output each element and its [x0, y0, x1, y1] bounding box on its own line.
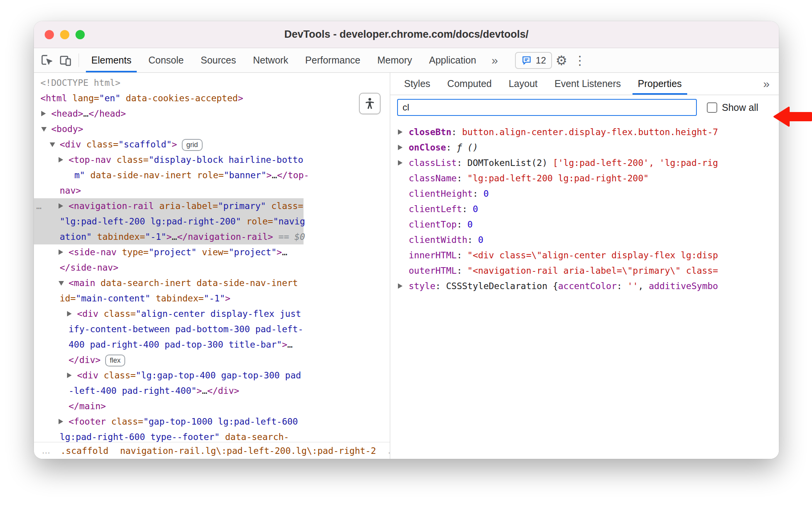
collapse-arrow-icon[interactable]: [59, 281, 64, 286]
tab-elements[interactable]: Elements: [83, 48, 140, 72]
properties-filter-input[interactable]: [397, 99, 697, 116]
tree-line[interactable]: <div class="align-center display-flex ju…: [34, 306, 390, 321]
breadcrumb-item[interactable]: navigation-rail.lg\:pad-left-200.lg\:pad…: [120, 446, 376, 456]
window-titlebar[interactable]: DevTools - developer.chrome.com/docs/dev…: [34, 21, 779, 48]
device-toolbar-button[interactable]: [56, 48, 75, 72]
inspect-element-button[interactable]: [38, 48, 56, 72]
property-name: clientTop: [409, 219, 457, 229]
property-row[interactable]: clientWidth: 0: [390, 232, 779, 248]
tab-event-listeners[interactable]: Event Listeners: [546, 73, 629, 95]
expand-arrow-icon[interactable]: [67, 373, 72, 378]
annotation-red-arrow: [773, 105, 812, 128]
property-name: outerHTML: [409, 266, 457, 276]
property-name: clientWidth: [409, 235, 467, 245]
devtools-content: <!DOCTYPE html><html lang="en" data-cook…: [34, 73, 779, 459]
tree-line[interactable]: <side-nav type="project" view="project">…: [34, 244, 390, 260]
tree-line[interactable]: <footer class="gap-top-1000 lg:pad-left-…: [34, 414, 390, 429]
tree-line[interactable]: nav>: [34, 183, 390, 198]
properties-filter-row: Show all: [390, 95, 779, 120]
expand-arrow-icon[interactable]: [398, 145, 403, 150]
tree-line[interactable]: <div class="scaffold">grid: [34, 137, 390, 152]
tree-line[interactable]: lg:pad-right-600 type--footer" data-sear…: [34, 429, 390, 442]
breadcrumb-item[interactable]: .scaffold: [60, 446, 109, 456]
property-row[interactable]: outerHTML: "<navigation-rail aria-label=…: [390, 263, 779, 278]
tree-line[interactable]: <head>…</head>: [34, 106, 390, 121]
close-window-button[interactable]: [45, 30, 54, 39]
node-overflow-menu-icon[interactable]: …: [36, 198, 42, 214]
tree-line[interactable]: <body>: [34, 121, 390, 137]
inspect-cursor-icon: [40, 54, 54, 67]
expand-arrow-icon[interactable]: [398, 160, 403, 166]
tree-line[interactable]: 400 pad-right-400 pad-top-300 title-bar"…: [34, 337, 390, 352]
expand-arrow-icon[interactable]: [67, 311, 72, 316]
traffic-lights: [45, 21, 85, 48]
settings-button[interactable]: ⚙: [552, 48, 570, 72]
tab-sources[interactable]: Sources: [192, 48, 245, 72]
toolbar-divider: [79, 54, 79, 67]
expand-arrow-icon[interactable]: [398, 283, 403, 289]
devtools-toolbar: ElementsConsoleSourcesNetworkPerformance…: [34, 48, 779, 73]
tree-line[interactable]: <top-nav class="display-block hairline-b…: [34, 152, 390, 167]
kebab-icon: ⋮: [574, 53, 586, 68]
zoom-window-button[interactable]: [75, 30, 85, 39]
tree-line-selected[interactable]: "lg:pad-left-200 lg:pad-right-200" role=…: [34, 214, 390, 229]
tree-line[interactable]: id="main-content" tabindex="-1">: [34, 291, 390, 306]
tab-computed[interactable]: Computed: [439, 73, 500, 95]
expand-arrow-icon[interactable]: [59, 249, 63, 255]
tree-line[interactable]: <main data-search-inert data-side-nav-in…: [34, 275, 390, 291]
expand-arrow-icon[interactable]: [41, 111, 46, 116]
property-row[interactable]: className: "lg:pad-left-200 lg:pad-right…: [390, 171, 779, 186]
expand-arrow-icon[interactable]: [59, 203, 63, 209]
tree-line[interactable]: <!DOCTYPE html>: [34, 75, 390, 90]
tree-line[interactable]: </div>flex: [34, 352, 390, 368]
property-row[interactable]: onClose: ƒ (): [390, 140, 779, 155]
expand-arrow-icon[interactable]: [398, 129, 403, 135]
more-panels-button[interactable]: »: [485, 48, 505, 72]
issues-bubble-icon: [521, 55, 532, 66]
minimize-window-button[interactable]: [60, 30, 69, 39]
property-row[interactable]: clientHeight: 0: [390, 186, 779, 201]
tree-line[interactable]: m" data-side-nav-inert role="banner">…</…: [34, 167, 390, 183]
tab-styles[interactable]: Styles: [396, 73, 439, 95]
elements-tree: <!DOCTYPE html><html lang="en" data-cook…: [34, 73, 390, 442]
property-row[interactable]: clientTop: 0: [390, 217, 779, 232]
tab-layout[interactable]: Layout: [500, 73, 546, 95]
tab-application[interactable]: Application: [421, 48, 485, 72]
tree-line[interactable]: <div class="lg:gap-top-400 gap-top-300 p…: [34, 368, 390, 383]
device-toolbar-icon: [59, 54, 72, 67]
property-row[interactable]: closeBtn: button.align-center.display-fl…: [390, 124, 779, 140]
devtools-window: DevTools - developer.chrome.com/docs/dev…: [34, 21, 779, 459]
expand-arrow-icon[interactable]: [59, 419, 63, 424]
screenshot-canvas: DevTools - developer.chrome.com/docs/dev…: [0, 0, 812, 512]
tab-memory[interactable]: Memory: [369, 48, 420, 72]
tab-performance[interactable]: Performance: [297, 48, 369, 72]
breadcrumb-overflow-left[interactable]: …: [42, 445, 50, 456]
grid-badge[interactable]: grid: [182, 139, 203, 151]
tree-line[interactable]: <html lang="en" data-cookies-accepted>: [34, 90, 390, 106]
show-all-label[interactable]: Show all: [722, 102, 758, 113]
tab-console[interactable]: Console: [140, 48, 192, 72]
tree-line-selected[interactable]: …<navigation-rail aria-label="primary" c…: [34, 198, 390, 214]
expand-arrow-icon[interactable]: [59, 157, 63, 162]
tree-line[interactable]: -left-400 pad-right-400">…</div>: [34, 383, 390, 398]
show-all-checkbox[interactable]: [707, 102, 717, 113]
property-name: closeBtn: [409, 127, 451, 137]
more-sidebar-tabs-button[interactable]: »: [756, 73, 779, 95]
property-name: classList: [409, 158, 457, 168]
property-row[interactable]: innerHTML: "<div class=\"align-center di…: [390, 248, 779, 263]
tree-line-selected[interactable]: ation" tabindex="-1">…</navigation-rail>…: [34, 229, 390, 244]
tab-network[interactable]: Network: [245, 48, 297, 72]
sidebar-tabs: StylesComputedLayoutEvent ListenersPrope…: [390, 73, 779, 95]
tab-properties[interactable]: Properties: [629, 73, 690, 95]
property-row[interactable]: clientLeft: 0: [390, 201, 779, 217]
collapse-arrow-icon[interactable]: [50, 142, 55, 147]
issues-button[interactable]: 12: [515, 52, 552, 69]
tree-line[interactable]: </side-nav>: [34, 260, 390, 275]
tree-line[interactable]: </main>: [34, 398, 390, 414]
menu-button[interactable]: ⋮: [570, 48, 589, 72]
property-row[interactable]: style: CSSStyleDeclaration {accentColor:…: [390, 278, 779, 294]
flex-badge[interactable]: flex: [105, 355, 125, 366]
property-row[interactable]: classList: DOMTokenList(2) ['lg:pad-left…: [390, 155, 779, 171]
collapse-arrow-icon[interactable]: [41, 127, 47, 132]
tree-line[interactable]: ify-content-between pad-bottom-300 pad-l…: [34, 321, 390, 337]
